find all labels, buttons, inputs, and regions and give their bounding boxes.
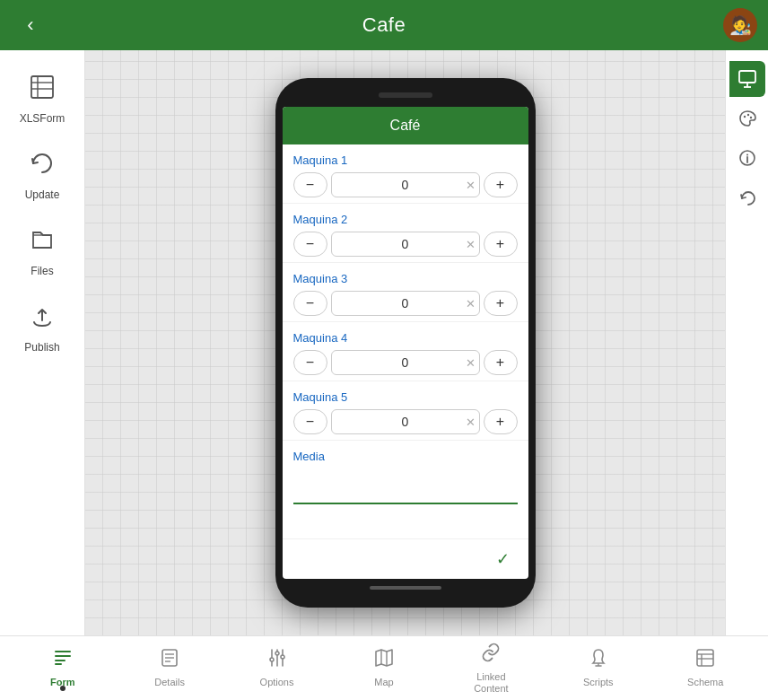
back-button[interactable]: ‹ xyxy=(14,9,47,41)
tab-linked[interactable]: Linked Content xyxy=(459,636,522,700)
value-4[interactable]: 0 ✕ xyxy=(331,350,480,375)
files-label: Files xyxy=(31,265,53,277)
tab-schema[interactable]: Schema xyxy=(674,642,737,694)
update-label: Update xyxy=(25,188,60,201)
svg-rect-4 xyxy=(739,71,755,83)
decrement-btn-1[interactable]: − xyxy=(293,172,327,197)
decrement-btn-5[interactable]: − xyxy=(293,409,327,434)
tab-scripts[interactable]: Scripts xyxy=(567,642,630,694)
right-sidebar xyxy=(725,50,768,635)
svg-marker-30 xyxy=(376,650,392,666)
options-tab-label: Options xyxy=(260,677,294,688)
right-tool-monitor[interactable] xyxy=(729,61,765,97)
phone-screen: Café Maquina 1 − 0 ✕ + xyxy=(283,107,528,579)
left-sidebar: XLSForm Update Files Publish xyxy=(0,50,85,635)
tab-map[interactable]: Map xyxy=(353,642,415,694)
increment-btn-1[interactable]: + xyxy=(484,172,518,197)
machine-row-4: Maquina 4 − 0 ✕ + xyxy=(283,322,528,381)
phone-footer: ✓ xyxy=(283,538,528,579)
sidebar-item-files[interactable]: Files xyxy=(6,217,78,286)
svg-rect-0 xyxy=(31,76,53,98)
increment-btn-5[interactable]: + xyxy=(484,409,518,434)
xlsform-label: XLSForm xyxy=(20,112,65,125)
decrement-btn-2[interactable]: − xyxy=(293,232,327,257)
update-icon xyxy=(29,150,56,183)
linked-tab-icon xyxy=(480,642,502,669)
increment-btn-4[interactable]: + xyxy=(484,350,518,375)
form-tab-dot xyxy=(60,686,65,691)
machine-row-1: Maquina 1 − 0 ✕ + xyxy=(283,144,528,204)
svg-point-8 xyxy=(746,114,748,116)
stepper-row-2: − 0 ✕ + xyxy=(293,232,518,257)
svg-rect-35 xyxy=(697,650,713,666)
phone-home-bar xyxy=(370,586,441,590)
stepper-row-1: − 0 ✕ + xyxy=(293,172,518,197)
svg-point-9 xyxy=(749,117,751,118)
stepper-row-5: − 0 ✕ + xyxy=(293,409,518,434)
decrement-btn-3[interactable]: − xyxy=(293,291,327,316)
publish-label: Publish xyxy=(24,341,59,354)
machine-row-3: Maquina 3 − 0 ✕ + xyxy=(283,263,528,322)
media-label: Media xyxy=(293,450,518,463)
machine-row-5: Maquina 5 − 0 ✕ + xyxy=(283,381,528,441)
phone-notch xyxy=(379,92,432,98)
top-header: ‹ Cafe 🧑‍🎨 xyxy=(0,0,768,50)
confirm-button[interactable]: ✓ xyxy=(489,547,518,572)
schema-tab-label: Schema xyxy=(687,677,723,688)
increment-btn-2[interactable]: + xyxy=(484,232,518,257)
clear-btn-1[interactable]: ✕ xyxy=(466,179,476,192)
sidebar-item-publish[interactable]: Publish xyxy=(6,293,78,363)
svg-rect-16 xyxy=(55,663,62,665)
svg-rect-15 xyxy=(55,660,65,661)
phone-app-body[interactable]: Maquina 1 − 0 ✕ + Maquina 2 − xyxy=(283,144,528,538)
sidebar-item-update[interactable]: Update xyxy=(6,141,78,210)
clear-btn-4[interactable]: ✕ xyxy=(466,356,476,370)
schema-tab-icon xyxy=(694,647,716,674)
media-row: Media xyxy=(283,441,528,510)
decrement-btn-4[interactable]: − xyxy=(293,350,327,375)
tab-details[interactable]: Details xyxy=(138,642,201,694)
value-3[interactable]: 0 ✕ xyxy=(331,291,480,316)
svg-point-12 xyxy=(746,154,748,156)
svg-rect-14 xyxy=(55,655,71,657)
linked-tab-label: Linked Content xyxy=(474,671,509,695)
machine-label-1: Maquina 1 xyxy=(293,153,518,167)
options-tab-icon xyxy=(266,647,288,674)
machine-label-5: Maquina 5 xyxy=(293,390,518,404)
xlsform-icon xyxy=(29,74,56,107)
value-1[interactable]: 0 ✕ xyxy=(331,172,480,197)
svg-rect-13 xyxy=(55,651,71,652)
clear-btn-5[interactable]: ✕ xyxy=(466,416,476,429)
details-tab-icon xyxy=(159,647,180,674)
details-tab-label: Details xyxy=(154,677,185,688)
media-input[interactable] xyxy=(293,468,518,504)
tab-form-wrap: Form xyxy=(31,642,94,694)
phone-app-header: Café xyxy=(283,107,528,144)
map-tab-label: Map xyxy=(374,677,393,688)
svg-point-7 xyxy=(743,116,745,118)
form-tab-icon xyxy=(52,647,74,674)
stepper-row-3: − 0 ✕ + xyxy=(293,291,518,316)
increment-btn-3[interactable]: + xyxy=(484,291,518,316)
avatar[interactable]: 🧑‍🎨 xyxy=(723,8,757,42)
right-tool-undo[interactable] xyxy=(729,179,765,215)
sidebar-item-xlsform[interactable]: XLSForm xyxy=(6,65,78,134)
bottom-tab-bar: Form Details xyxy=(0,635,768,700)
stepper-row-4: − 0 ✕ + xyxy=(293,350,518,375)
value-2[interactable]: 0 ✕ xyxy=(331,232,480,257)
clear-btn-3[interactable]: ✕ xyxy=(466,297,476,311)
publish-icon xyxy=(29,302,56,336)
clear-btn-2[interactable]: ✕ xyxy=(466,238,476,251)
files-icon xyxy=(29,226,56,259)
machine-label-2: Maquina 2 xyxy=(293,213,518,226)
right-tool-info[interactable] xyxy=(729,140,765,176)
app-title: Café xyxy=(390,118,421,133)
right-tool-palette[interactable] xyxy=(729,101,765,136)
tab-options[interactable]: Options xyxy=(246,642,309,694)
map-tab-icon xyxy=(373,647,395,674)
value-5[interactable]: 0 ✕ xyxy=(331,409,480,434)
machine-label-3: Maquina 3 xyxy=(293,272,518,285)
scripts-tab-icon xyxy=(588,647,609,674)
machine-row-2: Maquina 2 − 0 ✕ + xyxy=(283,204,528,263)
scripts-tab-label: Scripts xyxy=(583,677,614,688)
